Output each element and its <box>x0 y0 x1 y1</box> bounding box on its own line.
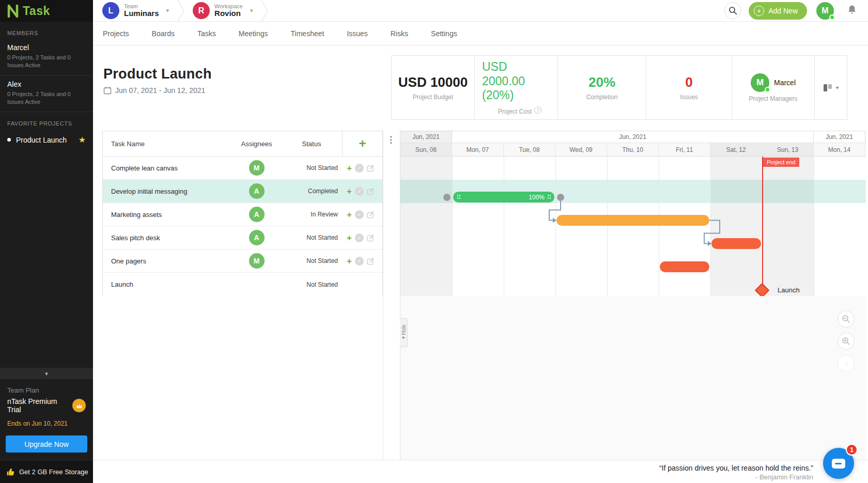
favorite-project-item[interactable]: Product Launch★ <box>0 130 93 150</box>
budget-value: USD 10000 <box>398 74 468 90</box>
add-subtask-button[interactable]: + <box>347 257 352 266</box>
gantt-bar-develop-initial-messaging[interactable]: 100% <box>453 192 554 202</box>
manager-avatar: M <box>751 73 769 92</box>
search-icon <box>729 6 737 15</box>
team-selector[interactable]: L Team Luminars ▾ <box>99 2 172 19</box>
status-cell: In Review <box>281 211 342 218</box>
edit-task-button[interactable] <box>367 211 375 219</box>
task-name-cell: Develop initial messaging <box>103 188 232 195</box>
complete-task-button[interactable]: ✓ <box>355 210 364 219</box>
complete-task-button[interactable]: ✓ <box>355 187 364 196</box>
table-row[interactable]: Complete lean canvasMNot Started+✓ <box>103 157 382 180</box>
fit-view-button[interactable] <box>838 355 855 372</box>
zoom-in-button[interactable] <box>838 333 855 350</box>
edit-task-button[interactable] <box>367 164 375 172</box>
user-avatar[interactable]: M <box>816 2 834 20</box>
status-cell: Not Started <box>281 257 342 264</box>
complete-task-button[interactable]: ✓ <box>355 233 364 242</box>
assignee-cell: A <box>232 183 281 199</box>
link-handle[interactable] <box>443 194 451 201</box>
gantt-day-header: Wed, 09 <box>555 143 607 156</box>
gantt-bar-one-pagers[interactable] <box>660 261 709 272</box>
table-row[interactable]: Marketing assetsAIn Review+✓ <box>103 203 382 226</box>
search-button[interactable] <box>724 2 741 19</box>
gantt-day-header: Mon, 07 <box>452 143 504 156</box>
tab-risks[interactable]: Risks <box>391 29 408 38</box>
assignee-cell: M <box>232 253 281 269</box>
stat-project-cost: USD 2000.00 (20%) Project Cost ? <box>475 56 558 119</box>
tab-boards[interactable]: Boards <box>152 29 175 38</box>
add-subtask-button[interactable]: + <box>347 233 352 242</box>
row-actions: +✓ <box>342 233 382 242</box>
table-row[interactable]: Develop initial messagingACompleted+✓ <box>103 180 382 203</box>
project-end-label: Project end <box>763 158 799 167</box>
project-dot-icon <box>7 138 11 142</box>
edit-task-button[interactable] <box>367 257 375 265</box>
help-icon[interactable]: ? <box>534 106 541 114</box>
gantt-day-header: Sun, 06 <box>400 143 452 156</box>
add-task-button[interactable]: + <box>342 131 382 156</box>
manager-name: Marcel <box>774 79 796 87</box>
tab-timesheet[interactable]: Timesheet <box>291 29 324 38</box>
gantt-bar-marketing-assets[interactable] <box>556 215 709 226</box>
storage-promo-button[interactable]: Get 2 GB Free Storage <box>0 460 93 483</box>
add-subtask-button[interactable]: + <box>347 187 352 196</box>
sidebar-collapse-button[interactable]: ▾ <box>0 368 93 379</box>
stat-issues: 0 Issues <box>646 56 732 119</box>
storage-promo-text: Get 2 GB Free Storage <box>19 468 88 476</box>
workspace-selector[interactable]: R Workspace Rovion ▾ <box>190 2 256 19</box>
complete-task-button[interactable]: ✓ <box>355 257 364 266</box>
edit-task-button[interactable] <box>367 234 375 242</box>
zoom-out-icon <box>842 315 850 323</box>
table-row[interactable]: One pagersMNot Started+✓ <box>103 250 382 273</box>
chat-icon <box>832 459 845 469</box>
member-item[interactable]: Alex0 Projects, 2 Tasks and 0 Issues Act… <box>0 76 93 112</box>
complete-task-button[interactable]: ✓ <box>355 164 364 173</box>
star-icon[interactable]: ★ <box>79 135 86 145</box>
tab-settings[interactable]: Settings <box>431 29 457 38</box>
table-row[interactable]: Sales pitch deskANot Started+✓ <box>103 226 382 250</box>
drag-handle-icon[interactable] <box>547 194 551 200</box>
add-subtask-button[interactable]: + <box>347 210 352 219</box>
view-switcher-button[interactable]: ▾ <box>815 56 847 119</box>
assignee-avatar[interactable]: A <box>249 183 265 199</box>
tab-issues[interactable]: Issues <box>347 29 367 38</box>
drag-handle-icon[interactable] <box>457 194 460 200</box>
chevron-down-icon: ▾ <box>836 85 839 90</box>
completion-value: 20% <box>588 74 615 90</box>
gantt-options-menu[interactable]: ⋮ <box>386 134 395 145</box>
gantt-day-header: Mon, 14 <box>814 143 865 156</box>
gantt-bar-sales-pitch-desk[interactable] <box>711 238 761 249</box>
status-cell: Completed <box>281 188 342 195</box>
tab-meetings[interactable]: Meetings <box>239 29 268 38</box>
zoom-out-button[interactable] <box>838 310 855 328</box>
tab-projects[interactable]: Projects <box>103 29 129 38</box>
topbar: L Team Luminars ▾ R Workspace Rovion ▾ <box>93 0 868 22</box>
status-cell: Not Started <box>281 281 342 288</box>
hide-panel-toggle[interactable]: ◂Hide <box>400 318 408 347</box>
manager-initial: M <box>756 77 764 88</box>
breadcrumb-separator <box>177 0 184 22</box>
task-name-cell: Launch <box>103 281 232 288</box>
member-item[interactable]: Marcel0 Projects, 2 Tasks and 0 Issues A… <box>0 39 93 76</box>
edit-icon <box>367 234 375 242</box>
notifications-button[interactable] <box>847 5 857 17</box>
add-new-button[interactable]: + Add New <box>749 2 807 20</box>
assignee-avatar[interactable]: A <box>249 207 265 222</box>
milestone-label: Launch <box>778 286 800 294</box>
assignee-avatar[interactable]: M <box>249 253 265 269</box>
table-row[interactable]: LaunchNot Started <box>103 273 382 296</box>
add-subtask-button[interactable]: + <box>347 164 352 173</box>
fit-view-icon <box>842 359 850 368</box>
link-handle[interactable] <box>557 194 564 201</box>
member-name: Alex <box>7 80 86 88</box>
member-detail: 0 Projects, 2 Tasks and 0 Issues Active <box>7 90 86 106</box>
assignee-cell: M <box>232 160 281 176</box>
upgrade-now-button[interactable]: Upgrade Now <box>6 435 87 453</box>
assignee-avatar[interactable]: A <box>249 230 265 245</box>
app-logo[interactable]: Task <box>0 0 93 22</box>
edit-task-button[interactable] <box>367 188 375 195</box>
row-actions: +✓ <box>342 164 382 173</box>
assignee-avatar[interactable]: M <box>249 160 265 176</box>
tab-tasks[interactable]: Tasks <box>197 29 216 38</box>
